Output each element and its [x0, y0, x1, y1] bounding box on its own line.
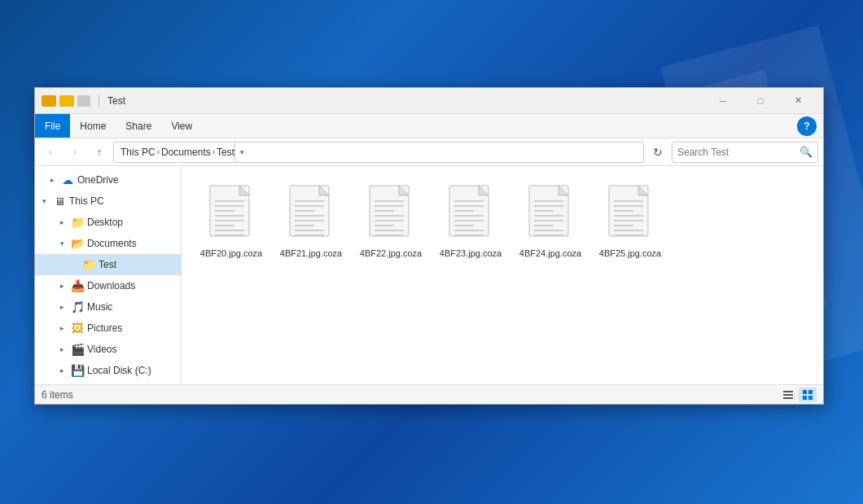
svg-rect-3 — [215, 205, 244, 207]
main-content: ☁ OneDrive 🖥 This PC 📁 Desktop 📂 Documen… — [35, 166, 823, 384]
explorer-window: Test ─ □ ✕ File Home Share View ? ‹ › ↑ … — [34, 87, 824, 405]
minimize-button[interactable]: ─ — [704, 88, 742, 114]
svg-rect-61 — [783, 394, 793, 396]
folder-icon-desktop: 📁 — [71, 216, 84, 229]
sidebar-item-music[interactable]: 🎵 Music — [35, 296, 181, 318]
svg-rect-47 — [534, 225, 554, 226]
file-item[interactable]: 4BF21.jpg.coza — [274, 179, 348, 264]
svg-rect-24 — [375, 210, 394, 212]
sidebar-label-pictures: Pictures — [87, 322, 122, 334]
sidebar-label-thispc: This PC — [69, 195, 104, 207]
svg-rect-12 — [295, 200, 324, 202]
forward-button[interactable]: › — [64, 142, 85, 163]
svg-rect-64 — [808, 390, 813, 394]
sidebar-label-videos: Videos — [87, 344, 116, 355]
svg-rect-66 — [808, 396, 813, 400]
file-item[interactable]: 4BF25.jpg.coza — [594, 179, 667, 264]
maximize-button[interactable]: □ — [742, 88, 779, 114]
menu-home[interactable]: Home — [70, 114, 116, 138]
this-pc-label: This PC — [120, 147, 156, 158]
item-count: 6 items — [42, 389, 779, 401]
sidebar-item-thispc[interactable]: 🖥 This PC — [35, 191, 181, 212]
file-name: 4BF21.jpg.coza — [280, 248, 342, 259]
documents-label: Documents — [161, 147, 211, 158]
file-item[interactable]: 4BF23.jpg.coza — [434, 179, 507, 264]
svg-rect-43 — [534, 205, 563, 207]
search-input[interactable] — [677, 147, 796, 158]
sidebar-item-desktop[interactable]: 📁 Desktop — [35, 212, 181, 233]
svg-rect-5 — [215, 215, 244, 217]
svg-rect-44 — [534, 210, 554, 212]
address-path[interactable]: This PC › Documents › Test ▾ — [113, 142, 644, 163]
expand-arrow-localdisk — [56, 366, 68, 375]
large-icons-view-icon — [802, 389, 813, 401]
folder-icon-documents: 📂 — [71, 237, 84, 250]
svg-rect-14 — [295, 210, 314, 212]
sidebar-item-pictures[interactable]: 🖼 Pictures — [35, 318, 181, 339]
svg-rect-33 — [454, 205, 484, 207]
svg-rect-55 — [614, 215, 643, 217]
svg-rect-46 — [534, 220, 563, 221]
up-button[interactable]: ↑ — [89, 142, 110, 163]
close-button[interactable]: ✕ — [779, 88, 817, 114]
sidebar-item-test[interactable]: 📁 Test — [35, 254, 181, 275]
file-name: 4BF25.jpg.coza — [599, 248, 661, 259]
svg-rect-18 — [295, 230, 324, 231]
svg-rect-48 — [534, 230, 563, 231]
refresh-button[interactable]: ↻ — [647, 142, 668, 163]
svg-rect-28 — [375, 230, 404, 231]
file-name: 4BF24.jpg.coza — [519, 248, 581, 259]
file-name: 4BF20.jpg.coza — [200, 248, 262, 259]
disk-icon: 💾 — [71, 364, 84, 377]
svg-rect-13 — [295, 205, 324, 207]
window-controls: ─ □ ✕ — [704, 88, 817, 114]
svg-rect-25 — [375, 215, 404, 217]
title-bar: Test ─ □ ✕ — [35, 88, 823, 114]
svg-rect-42 — [534, 200, 563, 202]
sidebar-label-downloads: Downloads — [87, 280, 135, 291]
sidebar-label-test: Test — [99, 259, 116, 270]
svg-rect-4 — [215, 210, 234, 212]
svg-rect-15 — [295, 215, 324, 217]
file-item[interactable]: 4BF22.jpg.coza — [354, 179, 427, 264]
tb-pin-icon — [77, 95, 90, 107]
tb-folder-icon2 — [59, 95, 74, 107]
svg-rect-35 — [454, 215, 484, 217]
svg-rect-39 — [454, 234, 484, 236]
file-icon-svg — [446, 184, 495, 243]
svg-rect-6 — [215, 220, 244, 221]
folder-icon-music: 🎵 — [71, 300, 84, 313]
menu-file[interactable]: File — [35, 114, 70, 138]
file-item[interactable]: 4BF24.jpg.coza — [514, 179, 587, 264]
svg-rect-27 — [375, 225, 394, 226]
sidebar-item-documents[interactable]: 📂 Documents — [35, 233, 181, 254]
help-button[interactable]: ? — [797, 116, 817, 136]
view-buttons — [779, 388, 817, 402]
file-item[interactable]: 4BF20.jpg.coza — [195, 179, 268, 264]
svg-rect-16 — [295, 220, 324, 221]
file-icon-svg — [526, 184, 575, 243]
sidebar-item-onedrive[interactable]: ☁ OneDrive — [35, 169, 181, 191]
expand-arrow-onedrive — [46, 176, 58, 184]
file-icon-svg — [287, 184, 335, 243]
title-bar-icons — [42, 95, 90, 107]
svg-rect-60 — [783, 391, 793, 392]
details-view-icon — [782, 389, 794, 401]
search-box[interactable]: 🔍 — [672, 142, 818, 163]
sidebar-label-desktop: Desktop — [87, 217, 123, 228]
svg-rect-65 — [803, 396, 807, 400]
sidebar-item-videos[interactable]: 🎬 Videos — [35, 339, 181, 360]
path-part: This PC › Documents › Test — [120, 147, 234, 158]
details-view-button[interactable] — [779, 388, 797, 402]
large-icons-view-button[interactable] — [799, 388, 817, 402]
address-dropdown[interactable]: ▾ — [234, 142, 249, 163]
expand-arrow-thispc — [38, 197, 50, 205]
svg-rect-57 — [614, 225, 633, 226]
sidebar-item-downloads[interactable]: 📥 Downloads — [35, 275, 181, 296]
path-arrow1: › — [157, 147, 160, 156]
back-button[interactable]: ‹ — [40, 142, 61, 163]
menu-share[interactable]: Share — [116, 114, 161, 138]
svg-rect-38 — [454, 230, 484, 231]
sidebar-item-localdisk[interactable]: 💾 Local Disk (C:) — [35, 360, 181, 381]
menu-view[interactable]: View — [161, 114, 202, 138]
